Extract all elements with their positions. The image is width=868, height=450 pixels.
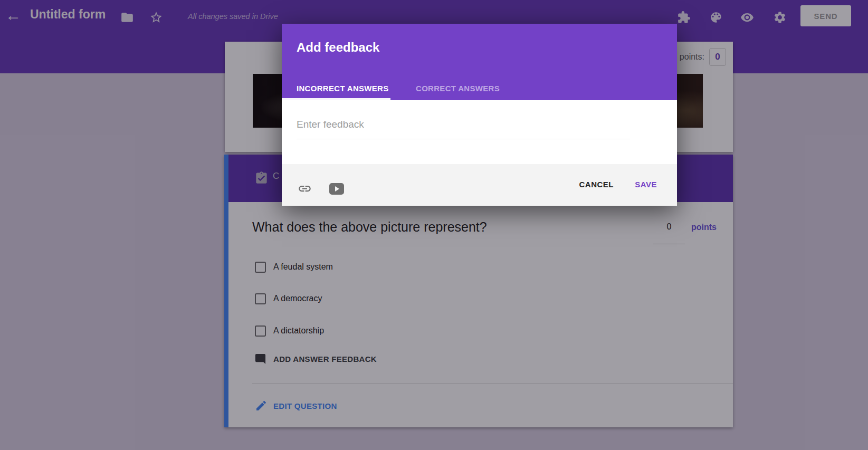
tab-correct-answers[interactable]: CORRECT ANSWERS (416, 84, 500, 93)
dialog-footer: CANCEL SAVE (282, 164, 677, 206)
save-button[interactable]: SAVE (635, 180, 657, 189)
cancel-button[interactable]: CANCEL (579, 180, 614, 189)
add-feedback-dialog: Add feedback INCORRECT ANSWERS CORRECT A… (282, 24, 677, 206)
tab-incorrect-answers[interactable]: INCORRECT ANSWERS (297, 84, 389, 93)
dialog-title: Add feedback (297, 40, 379, 55)
google-forms-editor: ← Untitled form All changes saved in Dri… (0, 0, 868, 450)
dialog-body (282, 100, 677, 164)
input-underline (297, 139, 630, 139)
feedback-input[interactable] (297, 116, 630, 133)
youtube-icon[interactable] (329, 183, 344, 195)
dialog-header: Add feedback INCORRECT ANSWERS CORRECT A… (282, 24, 677, 100)
link-icon[interactable] (298, 181, 312, 196)
